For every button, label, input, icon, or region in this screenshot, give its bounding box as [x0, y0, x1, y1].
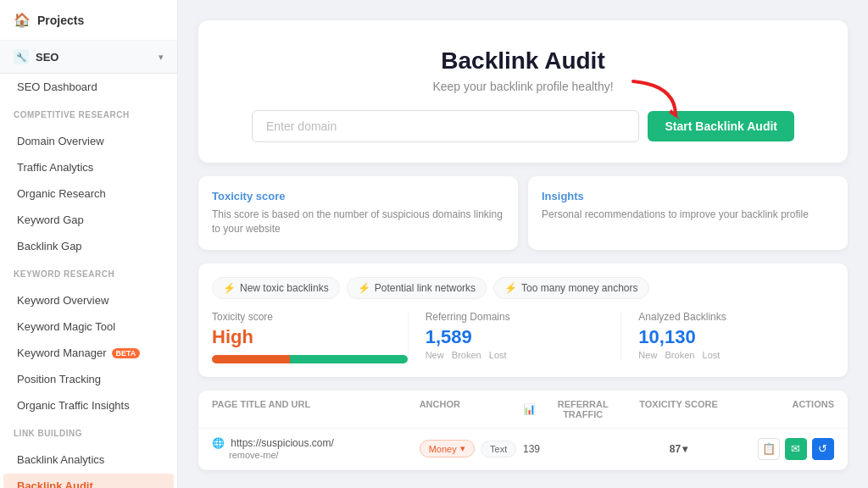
- table-row: 🌐 https://suspicious.com/ remove-me/ Mon…: [198, 429, 848, 470]
- feature-cards-row: Toxicity score This score is based on th…: [198, 176, 848, 250]
- competitive-research-section: COMPETITIVE RESEARCH: [0, 100, 177, 128]
- sidebar-item-keyword-magic-tool[interactable]: Keyword Magic Tool: [3, 314, 174, 339]
- sidebar-item-organic-research[interactable]: Organic Research: [3, 181, 174, 206]
- sidebar-item-keyword-overview[interactable]: Keyword Overview: [3, 288, 174, 313]
- col-header-toxicity-score: Toxicity Score: [626, 399, 730, 419]
- table-cell-anchor: Money ▾ Text: [420, 440, 523, 458]
- analyzed-backlinks-metric: Analyzed Backlinks 10,130 New Broken Los…: [620, 311, 834, 360]
- toxicity-score-metric: Toxicity score High: [212, 311, 408, 363]
- toxicity-score-title: Toxicity score: [212, 190, 504, 202]
- col-header-page-title-url: Page Title and URL: [212, 399, 420, 419]
- table-header: Page Title and URL Anchor 📊 Referral Tra…: [198, 391, 848, 429]
- seo-menu-header[interactable]: 🔧 SEO ▾: [0, 41, 177, 74]
- table-cell-toxicity: 87 ▾: [626, 443, 730, 455]
- chart-icon: 📊: [523, 403, 536, 415]
- main-inner: Backlink Audit Keep your backlink profil…: [178, 0, 868, 488]
- sidebar-item-seo-dashboard[interactable]: SEO Dashboard: [3, 75, 174, 99]
- red-arrow-annotation: [625, 77, 684, 124]
- globe-icon: 🌐: [212, 437, 225, 449]
- anchor-money-tag[interactable]: Money ▾: [420, 440, 475, 458]
- referring-domains-value: 1,589: [426, 326, 621, 348]
- sidebar-item-keyword-manager[interactable]: Keyword Manager BETA: [3, 341, 174, 365]
- metrics-row: Toxicity score High Referring Domains 1,…: [212, 311, 834, 363]
- link-building-section: LINK BUILDING: [0, 419, 177, 446]
- sidebar-item-backlink-audit[interactable]: Backlink Audit: [3, 474, 174, 488]
- col-header-referral-traffic: 📊 Referral Traffic: [523, 399, 626, 419]
- view-button[interactable]: 📋: [758, 438, 780, 460]
- projects-label: Projects: [37, 14, 84, 27]
- referring-domains-label: Referring Domains: [426, 311, 621, 323]
- analyzed-backlinks-value: 10,130: [638, 326, 834, 348]
- sidebar-item-position-tracking[interactable]: Position Tracking: [3, 367, 174, 391]
- insights-title: Insights: [542, 190, 834, 202]
- sidebar-item-label: SEO Dashboard: [17, 80, 97, 93]
- referring-domains-sub: New Broken Lost: [426, 350, 621, 360]
- sidebar-item-backlink-gap[interactable]: Backlink Gap: [3, 234, 174, 258]
- toxicity-score-value: High: [212, 326, 408, 348]
- sidebar-item-domain-overview[interactable]: Domain Overview: [3, 129, 174, 153]
- keyword-research-section: KEYWORD RESEARCH: [0, 259, 177, 287]
- seo-icon: 🔧: [14, 49, 29, 64]
- insights-desc: Personal recommendations to improve your…: [542, 208, 834, 222]
- keyword-research-label: KEYWORD RESEARCH: [14, 269, 164, 279]
- toxicity-score-card: Toxicity score This score is based on th…: [198, 176, 518, 250]
- domain-input-row: Start Backlink Audit: [252, 110, 794, 142]
- sidebar-item-keyword-gap[interactable]: Keyword Gap: [3, 208, 174, 232]
- chevron-down-icon-2: ▾: [682, 443, 687, 455]
- referring-domains-metric: Referring Domains 1,589 New Broken Lost: [408, 311, 621, 360]
- projects-header[interactable]: 🏠 Projects: [0, 0, 177, 41]
- col-header-anchor: Anchor: [420, 399, 523, 419]
- too-many-money-anchors-badge: ⚡ Too many money anchors: [493, 277, 648, 299]
- toxicity-score-desc: This score is based on the number of sus…: [212, 208, 504, 236]
- lightning-icon-1: ⚡: [223, 282, 236, 294]
- hero-subtitle: Keep your backlink profile healthy!: [219, 80, 827, 93]
- hero-card: Backlink Audit Keep your backlink profil…: [198, 20, 848, 163]
- lightning-icon-2: ⚡: [358, 282, 370, 294]
- new-toxic-backlinks-badge: ⚡ New toxic backlinks: [212, 277, 340, 299]
- insights-card: Insights Personal recommendations to imp…: [528, 176, 848, 250]
- seo-header-left: 🔧 SEO: [14, 49, 58, 64]
- send-button[interactable]: ✉: [785, 438, 807, 460]
- home-icon: 🏠: [14, 12, 31, 28]
- page-title: Backlink Audit: [219, 47, 827, 75]
- table-cell-traffic: 139: [523, 443, 626, 455]
- sidebar-item-organic-traffic-insights[interactable]: Organic Traffic Insights: [3, 393, 174, 418]
- lightning-icon-3: ⚡: [504, 282, 517, 294]
- competitive-research-label: COMPETITIVE RESEARCH: [14, 110, 164, 119]
- action-buttons: 📋 ✉ ↺: [731, 438, 834, 460]
- stats-card: ⚡ New toxic backlinks ⚡ Potential link n…: [198, 263, 848, 377]
- toxicity-score-metric-label: Toxicity score: [212, 311, 408, 323]
- chevron-down-icon: ▾: [159, 52, 164, 63]
- beta-badge: BETA: [112, 348, 141, 358]
- sidebar-item-backlink-analytics[interactable]: Backlink Analytics: [3, 447, 174, 472]
- link-building-label: LINK BUILDING: [14, 429, 164, 438]
- potential-link-networks-badge: ⚡ Potential link networks: [347, 277, 487, 299]
- toxicity-bar: [212, 355, 408, 363]
- table-cell-url: 🌐 https://suspicious.com/ remove-me/: [212, 437, 420, 461]
- backlinks-table: Page Title and URL Anchor 📊 Referral Tra…: [198, 391, 848, 470]
- sidebar: 🏠 Projects 🔧 SEO ▾ SEO Dashboard COMPETI…: [0, 0, 178, 488]
- analyzed-backlinks-label: Analyzed Backlinks: [638, 311, 834, 323]
- col-header-actions: Actions: [731, 399, 834, 419]
- anchor-text-tag: Text: [481, 441, 516, 458]
- stat-badges-row: ⚡ New toxic backlinks ⚡ Potential link n…: [212, 277, 834, 299]
- sidebar-item-traffic-analytics[interactable]: Traffic Analytics: [3, 155, 174, 180]
- disavow-button[interactable]: ↺: [812, 438, 834, 460]
- domain-input[interactable]: [252, 110, 639, 142]
- seo-label: SEO: [36, 51, 58, 64]
- analyzed-backlinks-sub: New Broken Lost: [638, 350, 834, 360]
- chevron-down-icon: ▾: [460, 443, 465, 454]
- main-content: Backlink Audit Keep your backlink profil…: [178, 0, 868, 488]
- table-cell-actions: 📋 ✉ ↺: [731, 438, 834, 460]
